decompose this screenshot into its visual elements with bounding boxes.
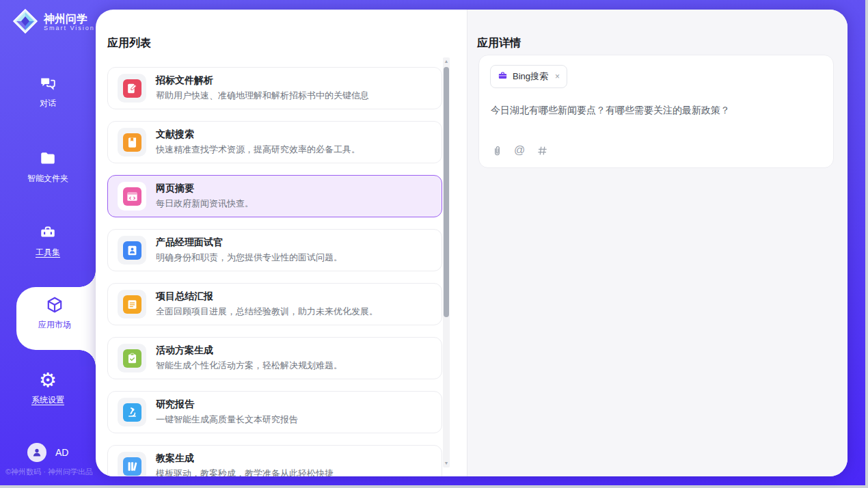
scrollbar-down-icon[interactable]: ▼ bbox=[443, 459, 450, 467]
sidebar-item-label: 应用市场 bbox=[38, 319, 71, 331]
app-icon-tile bbox=[118, 344, 146, 372]
lesson-plan-icon bbox=[123, 457, 141, 476]
literature-book-icon bbox=[123, 133, 141, 152]
list-item-web-summary[interactable]: 网页摘要 每日政府新闻资讯快查。 bbox=[107, 175, 442, 217]
tool-tag-bing-search[interactable]: Bing搜索 × bbox=[490, 65, 567, 88]
app-desc: 一键智能生成高质量长文本研究报告 bbox=[156, 414, 298, 426]
user-avatar-icon bbox=[27, 443, 46, 462]
logo-title: 神州问学 bbox=[44, 13, 95, 25]
sidebar-item-label: 工具集 bbox=[36, 247, 60, 258]
sidebar-item-label: 对话 bbox=[40, 98, 56, 109]
logo-subtitle: Smart Vision bbox=[44, 25, 95, 32]
app-list: 招标文件解析 帮助用户快速、准确地理解和解析招标书中的关键信息 文献搜索 快速精… bbox=[107, 67, 442, 476]
list-item-lesson-plan[interactable]: 教案生成 模板驱动，教案秒成，教学准备从此轻松快捷 bbox=[107, 445, 442, 476]
prompt-toolbar: @ bbox=[491, 144, 548, 157]
list-scrollbar[interactable]: ▲ ▼ bbox=[443, 57, 450, 467]
app-desc: 帮助用户快速、准确地理解和解析招标书中的关键信息 bbox=[156, 90, 369, 102]
bubble-notch-top bbox=[79, 271, 96, 287]
interview-icon bbox=[123, 241, 141, 260]
app-icon-tile bbox=[118, 236, 146, 265]
list-item-project-summary[interactable]: 项目总结汇报 全面回顾项目进展，总结经验教训，助力未来优化发展。 bbox=[107, 283, 442, 325]
app-name: 研究报告 bbox=[156, 398, 298, 411]
list-item-research-report[interactable]: 研究报告 一键智能生成高质量长文本研究报告 bbox=[107, 391, 442, 433]
close-icon[interactable]: × bbox=[555, 72, 560, 81]
list-item-activity-plan[interactable]: 活动方案生成 智能生成个性化活动方案，轻松解决规划难题。 bbox=[107, 337, 442, 379]
app-name: 项目总结汇报 bbox=[156, 290, 378, 303]
copyright-footer: ©神州数码 · 神州问学出品 bbox=[5, 467, 93, 477]
app-desc: 模板驱动，教案秒成，教学准备从此轻松快捷 bbox=[156, 467, 334, 476]
web-summary-icon bbox=[123, 187, 141, 206]
summary-notepad-icon bbox=[123, 295, 141, 314]
app-desc: 明确身份和职责，为您提供专业性的面试问题。 bbox=[156, 252, 342, 264]
bid-document-icon bbox=[123, 79, 141, 98]
cube-icon bbox=[45, 295, 64, 314]
user-name: AD bbox=[55, 447, 68, 458]
app-icon-tile bbox=[118, 182, 146, 211]
scrollbar-up-icon[interactable]: ▲ bbox=[443, 57, 450, 66]
app-name: 文献搜索 bbox=[156, 128, 360, 141]
app-desc: 全面回顾项目进展，总结经验教训，助力未来优化发展。 bbox=[156, 306, 378, 318]
prompt-text[interactable]: 今日湖北有哪些新闻要点？有哪些需要关注的最新政策？ bbox=[491, 103, 819, 118]
sidebar-item-smart-folder[interactable]: 智能文件夹 bbox=[0, 149, 96, 185]
chat-icon bbox=[38, 74, 57, 93]
sidebar-item-chat[interactable]: 对话 bbox=[0, 74, 96, 109]
app-icon-tile bbox=[118, 452, 146, 476]
app-frame: 神州问学 Smart Vision 对话 智能文件夹 工具集 应用市场 ⚙ 系统… bbox=[0, 0, 865, 485]
folder-icon bbox=[38, 149, 57, 168]
sidebar-item-toolset[interactable]: 工具集 bbox=[0, 223, 96, 258]
scrollbar-thumb[interactable] bbox=[444, 67, 449, 317]
app-desc: 智能生成个性化活动方案，轻松解决规划难题。 bbox=[156, 360, 342, 372]
app-icon-tile bbox=[118, 290, 146, 318]
sidebar-item-app-market[interactable]: 应用市场 bbox=[16, 295, 93, 331]
sidebar-item-settings[interactable]: ⚙ 系统设置 bbox=[0, 370, 96, 406]
attachment-icon[interactable] bbox=[491, 144, 503, 157]
app-detail-title: 应用详情 bbox=[477, 36, 521, 51]
diamond-logo-icon bbox=[12, 8, 38, 37]
app-icon-tile bbox=[118, 398, 146, 426]
user-account[interactable]: AD bbox=[27, 443, 68, 462]
mention-icon[interactable]: @ bbox=[513, 144, 526, 157]
bubble-notch-bottom bbox=[79, 350, 96, 366]
sidebar-item-label: 智能文件夹 bbox=[27, 173, 68, 185]
app-name: 招标文件解析 bbox=[156, 74, 369, 87]
app-list-title: 应用列表 bbox=[107, 36, 151, 51]
gear-icon: ⚙ bbox=[38, 370, 57, 390]
app-name: 活动方案生成 bbox=[156, 344, 342, 357]
app-icon-tile bbox=[118, 74, 146, 103]
app-name: 教案生成 bbox=[156, 452, 334, 465]
list-item-bid-parse[interactable]: 招标文件解析 帮助用户快速、准确地理解和解析招标书中的关键信息 bbox=[107, 67, 442, 109]
sidebar-item-label: 系统设置 bbox=[31, 394, 64, 406]
app-desc: 快速精准查找学术资源，提高研究效率的必备工具。 bbox=[156, 144, 360, 156]
app-name: 网页摘要 bbox=[156, 182, 254, 195]
list-item-pm-interviewer[interactable]: 产品经理面试官 明确身份和职责，为您提供专业性的面试问题。 bbox=[107, 229, 442, 271]
list-item-literature-search[interactable]: 文献搜索 快速精准查找学术资源，提高研究效率的必备工具。 bbox=[107, 121, 442, 163]
app-logo: 神州问学 Smart Vision bbox=[12, 8, 95, 37]
research-report-icon bbox=[123, 403, 141, 422]
app-desc: 每日政府新闻资讯快查。 bbox=[156, 198, 254, 210]
prompt-card: Bing搜索 × 今日湖北有哪些新闻要点？有哪些需要关注的最新政策？ @ bbox=[478, 55, 834, 168]
app-icon-tile bbox=[118, 128, 146, 157]
activity-plan-icon bbox=[123, 349, 141, 368]
app-name: 产品经理面试官 bbox=[156, 236, 342, 249]
main-content: 应用列表 招标文件解析 帮助用户快速、准确地理解和解析招标书中的关键信息 bbox=[96, 10, 847, 476]
hash-icon[interactable] bbox=[536, 144, 548, 157]
toolbox-icon bbox=[38, 223, 57, 242]
tool-tag-label: Bing搜索 bbox=[513, 70, 548, 83]
app-detail-panel: 应用详情 Bing搜索 × 今日湖北有哪些新闻要点？有哪些需要关注的最新政策？ … bbox=[467, 10, 847, 476]
briefcase-icon bbox=[498, 70, 508, 83]
